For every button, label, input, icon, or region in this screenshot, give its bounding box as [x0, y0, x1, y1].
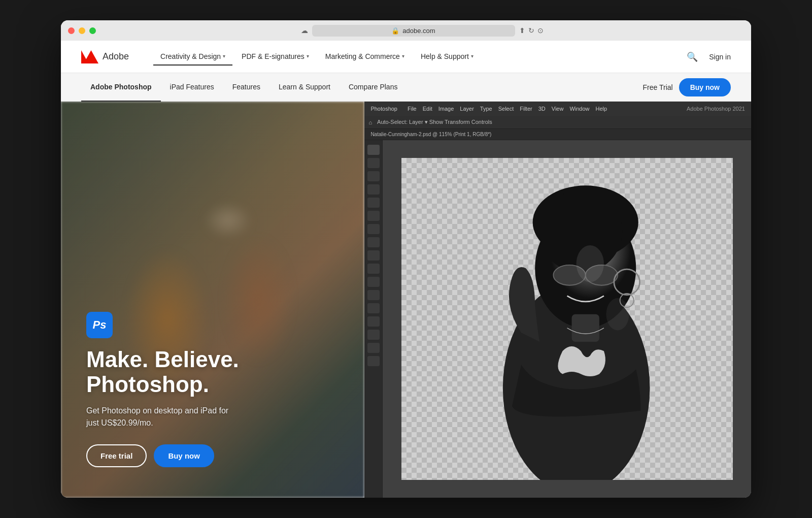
ps-home-icon: ⌂ [368, 119, 372, 125]
ps-menu-view[interactable]: View [552, 106, 564, 112]
ps-tool-crop[interactable] [367, 184, 380, 195]
ps-menu-image[interactable]: Image [438, 106, 454, 112]
ps-tool-text[interactable] [367, 316, 380, 327]
sub-nav-item-features[interactable]: Features [223, 73, 269, 102]
hero-section: Ps Make. Believe. Photoshop. Get Photosh… [61, 102, 751, 498]
reader-icon[interactable]: ⊙ [537, 26, 544, 35]
adobe-nav: Adobe Creativity & Design ▾ PDF & E-sign… [61, 41, 751, 73]
chevron-down-icon: ▾ [307, 53, 309, 59]
svg-rect-9 [571, 314, 599, 342]
title-bar-center: ☁ 🔒 adobe.com ⬆ ↻ ⊙ [100, 25, 744, 37]
share-icon[interactable]: ⬆ [519, 26, 525, 35]
browser-content: Adobe Creativity & Design ▾ PDF & E-sign… [61, 41, 751, 498]
ps-subject-svg [401, 158, 733, 480]
sub-nav-item-compare[interactable]: Compare Plans [340, 73, 407, 102]
ps-tool-history[interactable] [367, 250, 380, 261]
hero-buy-now-button[interactable]: Buy now [154, 444, 214, 467]
hero-left-panel: Ps Make. Believe. Photoshop. Get Photosh… [61, 102, 364, 498]
ps-menu-edit[interactable]: Edit [423, 106, 432, 112]
sub-nav-item-ipad[interactable]: iPad Features [161, 73, 223, 102]
hero-subtext: Get Photoshop on desktop and iPad forjus… [86, 405, 349, 429]
ps-file-tab: Natalie-Cunningham-2.psd @ 115% (Print 1… [364, 129, 751, 140]
sign-in-button[interactable]: Sign in [709, 53, 731, 61]
nav-item-pdf[interactable]: PDF & E-signatures ▾ [234, 48, 316, 66]
ps-menu: File Edit Image Layer Type Select Filter… [408, 106, 607, 112]
sub-nav-item-photoshop[interactable]: Adobe Photoshop [81, 73, 161, 102]
ps-app-name: Adobe Photoshop 2021 [687, 106, 745, 112]
minimize-button[interactable] [79, 27, 85, 34]
ps-tool-dodge[interactable] [367, 290, 380, 300]
ps-menu-layer[interactable]: Layer [460, 106, 474, 112]
ps-tool-select[interactable] [367, 158, 380, 168]
adobe-logo-text: Adobe [103, 51, 129, 62]
ps-menu-3d[interactable]: 3D [538, 106, 546, 112]
nav-item-creativity[interactable]: Creativity & Design ▾ [153, 48, 232, 66]
ps-menu-help[interactable]: Help [596, 106, 607, 112]
ps-badge-text: Ps [93, 318, 107, 332]
adobe-logo-svg [81, 50, 98, 63]
close-button[interactable] [68, 27, 75, 34]
ps-titlebar: Photoshop File Edit Image Layer Type Sel… [364, 102, 751, 116]
chevron-down-icon: ▾ [402, 53, 404, 59]
hero-buttons: Free trial Buy now [86, 444, 349, 467]
ps-interface: Photoshop File Edit Image Layer Type Sel… [364, 102, 751, 498]
ps-menu-file[interactable]: File [408, 106, 417, 112]
ps-tool-zoom[interactable] [367, 356, 380, 366]
nav-items: Creativity & Design ▾ PDF & E-signatures… [153, 48, 685, 66]
ps-tool-clone[interactable] [367, 237, 380, 247]
chevron-down-icon: ▾ [471, 53, 473, 59]
ps-tool-lasso[interactable] [367, 171, 380, 181]
ps-tool-hand[interactable] [367, 343, 380, 353]
ps-tool-pen[interactable] [367, 303, 380, 313]
hero-headline-line1: Make. Believe. [86, 347, 349, 372]
ps-file-name: Natalie-Cunningham-2.psd @ 115% (Print 1… [370, 132, 491, 137]
ps-badge: Ps [86, 312, 113, 338]
svg-point-10 [576, 245, 603, 282]
ps-tool-move[interactable] [367, 145, 380, 155]
hero-content: Ps Make. Believe. Photoshop. Get Photosh… [86, 312, 349, 467]
ps-menu-window[interactable]: Window [569, 106, 589, 112]
sub-nav: Adobe Photoshop iPad Features Features L… [61, 73, 751, 102]
ps-tool-shape[interactable] [367, 330, 380, 340]
ps-tool-eyedropper[interactable] [367, 198, 380, 208]
nav-item-help[interactable]: Help & Support ▾ [414, 48, 481, 66]
ps-canvas-area [383, 140, 751, 498]
cloud-icon: ☁ [301, 26, 308, 35]
ps-menu-select[interactable]: Select [498, 106, 514, 112]
nav-right: 🔍 Sign in [685, 49, 731, 64]
chevron-down-icon: ▾ [223, 53, 225, 59]
url-text: adobe.com [402, 27, 435, 35]
hero-free-trial-button[interactable]: Free trial [86, 444, 147, 467]
search-button[interactable]: 🔍 [685, 49, 700, 64]
browser-controls: ⬆ ↻ ⊙ [519, 26, 544, 35]
sub-nav-free-trial[interactable]: Free Trial [643, 83, 673, 91]
ps-tool-brush[interactable] [367, 224, 380, 234]
ps-main-area [364, 140, 751, 498]
hero-right-panel: Photoshop File Edit Image Layer Type Sel… [364, 102, 751, 498]
title-bar: ☁ 🔒 adobe.com ⬆ ↻ ⊙ [61, 20, 751, 41]
address-bar[interactable]: 🔒 adobe.com [312, 25, 515, 37]
ps-tool-eraser[interactable] [367, 264, 380, 274]
nav-item-marketing[interactable]: Marketing & Commerce ▾ [318, 48, 412, 66]
ps-menu-type[interactable]: Type [480, 106, 492, 112]
ps-tool-heal[interactable] [367, 211, 380, 221]
sub-nav-buy-now-button[interactable]: Buy now [679, 78, 731, 96]
sub-nav-right: Free Trial Buy now [643, 78, 731, 96]
adobe-logo[interactable]: Adobe [81, 50, 129, 63]
fullscreen-button[interactable] [89, 27, 96, 34]
ps-toolbar-row: ⌂ Auto-Select: Layer ▾ Show Transform Co… [364, 116, 751, 129]
ps-left-toolbar [364, 140, 383, 498]
hero-headline-line2: Photoshop. [86, 372, 349, 397]
sub-nav-item-learn[interactable]: Learn & Support [269, 73, 340, 102]
ps-canvas [401, 158, 733, 480]
search-icon: 🔍 [687, 52, 698, 62]
ps-menu-filter[interactable]: Filter [520, 106, 532, 112]
ps-tool-gradient[interactable] [367, 277, 380, 287]
hero-headline: Make. Believe. Photoshop. [86, 347, 349, 397]
ps-app-title: Photoshop [370, 106, 397, 112]
lock-icon: 🔒 [391, 27, 399, 35]
refresh-icon[interactable]: ↻ [528, 26, 534, 35]
svg-point-11 [606, 298, 629, 330]
mac-window: ☁ 🔒 adobe.com ⬆ ↻ ⊙ Adobe [61, 20, 751, 498]
ps-toolbar-options: Auto-Select: Layer ▾ Show Transform Cont… [377, 119, 492, 125]
